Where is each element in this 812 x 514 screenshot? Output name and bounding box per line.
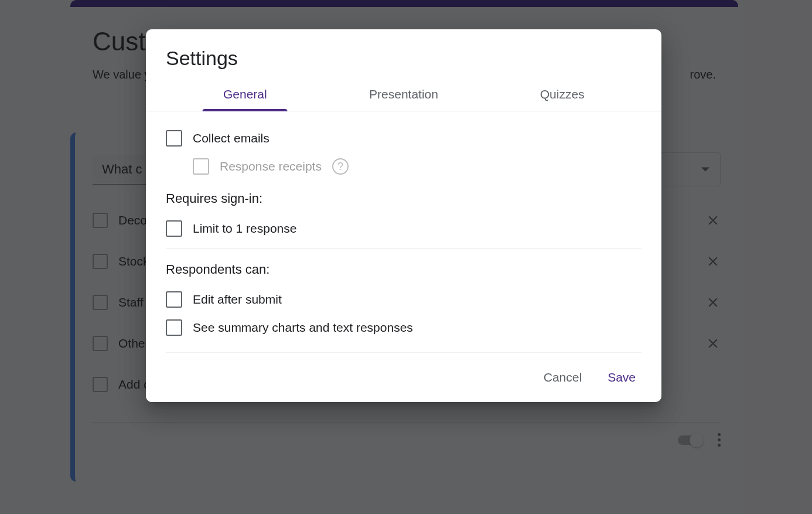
section-divider [166,249,642,249]
save-button[interactable]: Save [605,366,638,389]
response-receipts-label: Response receipts [220,159,322,173]
limit-response-row: Limit to 1 response [166,220,642,237]
edit-after-submit-label: Edit after submit [193,292,282,307]
requires-signin-heading: Requires sign-in: [166,191,642,206]
cancel-button[interactable]: Cancel [541,366,584,389]
see-summary-checkbox[interactable] [166,319,182,336]
edit-after-submit-checkbox[interactable] [166,291,182,308]
see-summary-row: See summary charts and text responses [166,319,642,336]
tab-presentation[interactable]: Presentation [325,77,483,111]
see-summary-label: See summary charts and text responses [193,321,413,335]
dialog-body: Collect emails Response receipts ? Requi… [146,111,661,353]
edit-after-submit-row: Edit after submit [166,291,642,308]
respondents-can-heading: Respondents can: [166,262,642,277]
dialog-tabs: General Presentation Quizzes [146,77,661,111]
tab-general[interactable]: General [166,77,325,111]
collect-emails-checkbox[interactable] [166,130,182,147]
response-receipts-row: Response receipts ? [193,158,642,175]
help-icon[interactable]: ? [332,158,349,175]
footer-divider [166,352,642,353]
dialog-actions: Cancel Save [146,363,661,389]
limit-response-checkbox[interactable] [166,220,182,237]
tab-quizzes[interactable]: Quizzes [483,77,642,111]
collect-emails-row: Collect emails [166,130,642,147]
dialog-title: Settings [146,29,661,77]
response-receipts-checkbox [193,158,209,175]
limit-response-label: Limit to 1 response [193,222,296,236]
settings-dialog: Settings General Presentation Quizzes Co… [146,29,661,402]
collect-emails-label: Collect emails [193,131,269,145]
